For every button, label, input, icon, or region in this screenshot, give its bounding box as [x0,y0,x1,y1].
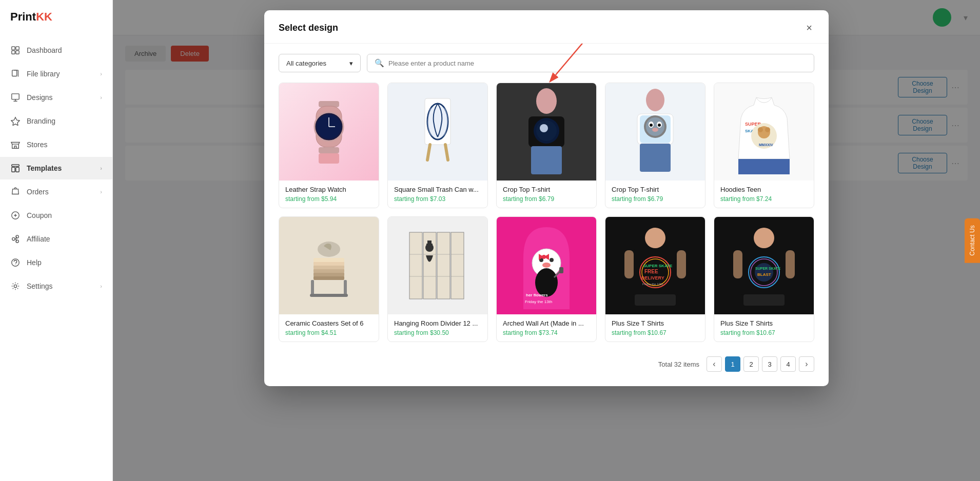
branding-icon [10,116,21,126]
product-info-6: Ceramic Coasters Set of 6 starting from … [279,314,379,342]
sidebar-item-label: Settings [27,282,53,290]
sidebar-item-settings[interactable]: Settings › [0,275,112,297]
sidebar-navigation: Dashboard File library › Designs › Brand… [0,39,112,297]
pagination-prev[interactable]: ‹ [707,356,722,372]
modal-body: All categories ▾ 🔍 [264,44,829,386]
svg-text:her flowers: her flowers [526,293,548,297]
svg-rect-56 [313,272,344,276]
svg-point-45 [652,128,658,132]
svg-point-104 [754,228,774,248]
pagination-page-3[interactable]: 3 [762,356,777,372]
product-card-8[interactable]: her flowers Friday the 13th Arched Wall … [496,216,597,342]
svg-rect-3 [16,51,19,54]
svg-rect-66 [409,232,422,299]
search-input[interactable] [388,59,807,67]
pagination-total: Total 32 items [658,360,699,368]
pagination-page-2[interactable]: 2 [743,356,759,372]
product-info-9: Plus Size T Shirts starting from $10.67 [605,314,705,342]
product-card-3[interactable]: Crop Top T-shirt starting from $6.79 [496,83,597,208]
sidebar-item-designs[interactable]: Designs › [0,86,112,109]
sidebar-item-file-library[interactable]: File library › [0,63,112,85]
product-image-watch [279,83,379,181]
svg-point-34 [540,124,548,132]
chevron-right-icon: › [100,189,102,195]
product-card-2[interactable]: Square Small Trash Can w... starting fro… [387,83,488,208]
product-info-4: Crop Top T-shirt starting from $6.79 [605,181,705,208]
product-image-divider [388,217,487,314]
help-icon [10,257,21,268]
svg-text:MMXXIV: MMXXIV [759,143,773,147]
contact-us-button[interactable]: Contact Us [965,218,980,263]
pagination-page-1[interactable]: 1 [725,356,740,372]
svg-point-83 [550,258,554,262]
sidebar-item-coupon[interactable]: Coupon [0,204,112,227]
svg-text:SUPER SKATE: SUPER SKATE [755,267,781,270]
product-price: starting from $4.51 [285,329,373,336]
croptop-illustration [516,86,577,178]
product-name: Hanging Room Divider 12 ... [394,319,481,327]
svg-rect-57 [313,269,344,273]
modal-overlay[interactable]: Select design × All categories ▾ 🔍 [113,0,980,481]
svg-point-44 [658,124,661,127]
sidebar-item-branding[interactable]: Branding [0,110,112,132]
sidebar-item-dashboard[interactable]: Dashboard [0,39,112,62]
logo-print: Print [10,10,36,23]
sidebar-item-help[interactable]: Help [0,251,112,274]
product-image-plussize-1: SUPER SKATE FREE DELIVERY Friday the 13t… [605,217,705,314]
product-price: starting from $7.24 [720,195,808,203]
search-box: 🔍 [367,54,814,72]
product-name: Leather Strap Watch [285,186,373,193]
svg-rect-68 [437,232,450,299]
product-card-1[interactable]: Leather Strap Watch starting from $5.94 [279,83,379,208]
svg-text:SUPER SKATE: SUPER SKATE [643,264,673,268]
sidebar-item-affiliate[interactable]: Affiliate [0,228,112,250]
coasters-illustration [296,225,362,307]
product-info-1: Leather Strap Watch starting from $5.94 [279,181,379,208]
product-card-6[interactable]: Ceramic Coasters Set of 6 starting from … [279,216,379,342]
sidebar-item-stores[interactable]: Stores [0,133,112,156]
chevron-right-icon: › [100,165,102,171]
product-name: Square Small Trash Can w... [394,186,481,193]
product-image-croptop-black [497,83,596,181]
svg-rect-54 [738,159,790,174]
svg-rect-7 [12,165,19,167]
svg-point-11 [12,237,15,240]
logo-kk: KK [36,10,52,23]
sidebar-item-label: Templates [27,164,62,172]
product-card-5[interactable]: SUPER SKATE MMXXIV [714,83,814,208]
product-card-4[interactable]: Crop Top T-shirt starting from $6.79 [605,83,705,208]
sidebar-item-label: Stores [27,141,47,149]
sidebar-item-orders[interactable]: Orders › [0,181,112,203]
svg-point-93 [645,228,665,248]
pagination-page-4[interactable]: 4 [780,356,796,372]
svg-point-52 [765,127,770,132]
product-card-10[interactable]: SUPER SKATE BLAST Plus Size T Shirts sta… [714,216,814,342]
svg-rect-5 [12,94,19,99]
sidebar-item-label: Branding [27,117,55,125]
svg-rect-90 [559,267,563,273]
product-price: starting from $10.67 [612,329,699,336]
sidebar: PrintKK Dashboard File library › Designs… [0,0,113,481]
product-card-7[interactable]: Hanging Room Divider 12 ... starting fro… [387,216,488,342]
product-price: starting from $7.03 [394,195,481,203]
svg-point-40 [646,117,664,136]
product-image-wall: her flowers Friday the 13th [497,217,596,314]
svg-rect-59 [313,262,344,266]
svg-rect-113 [743,294,785,306]
product-card-9[interactable]: SUPER SKATE FREE DELIVERY Friday the 13t… [605,216,705,342]
sidebar-item-templates[interactable]: Templates › [0,157,112,179]
product-image-plussize-2: SUPER SKATE BLAST [714,217,814,314]
sidebar-item-label: Coupon [27,211,52,219]
sidebar-item-label: Orders [27,188,49,196]
pagination-next[interactable]: › [799,356,814,372]
sidebar-item-label: Dashboard [27,46,62,54]
svg-rect-58 [313,265,344,269]
svg-point-30 [536,88,557,114]
category-select[interactable]: All categories ▾ [279,54,361,72]
sidebar-item-label: Designs [27,93,53,102]
product-name: Ceramic Coasters Set of 6 [285,319,373,327]
svg-rect-61 [311,280,314,295]
modal-close-button[interactable]: × [804,21,814,35]
search-icon: 🔍 [375,58,384,68]
settings-icon [10,281,21,291]
